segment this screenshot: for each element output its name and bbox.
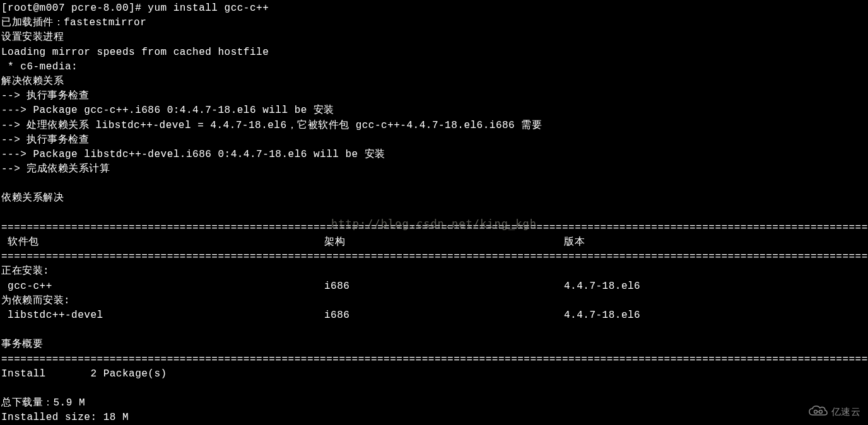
terminal-line: 已加载插件：fastestmirror: [1, 16, 868, 30]
separator-line: ========================================…: [1, 352, 868, 367]
header-version: 版本: [564, 235, 585, 250]
svg-point-0: [814, 410, 817, 414]
terminal-line: --> 处理依赖关系 libstdc++-devel = 4.4.7-18.el…: [1, 119, 868, 133]
terminal-line: 设置安装进程: [1, 30, 868, 45]
section-deps-installing: 为依赖而安装:: [1, 294, 868, 308]
summary-title: 事务概要: [1, 337, 868, 352]
terminal-line: 解决依赖关系: [1, 74, 868, 89]
terminal-line: [root@m007 pcre-8.00]# yum install gcc-c…: [1, 1, 868, 16]
terminal-line: --> 完成依赖关系计算: [1, 162, 868, 177]
cell-arch: i686: [324, 308, 564, 323]
terminal-blank: [1, 177, 868, 191]
terminal-line: 依赖关系解决: [1, 191, 868, 206]
terminal-line: --> 执行事务检查: [1, 89, 868, 103]
separator-line: ========================================…: [1, 250, 868, 264]
download-size: 总下载量：5.9 M: [1, 396, 868, 410]
terminal-blank: [1, 323, 868, 337]
logo-text: 亿速云: [831, 405, 861, 419]
svg-point-1: [819, 410, 822, 414]
cloud-icon: [807, 405, 829, 419]
command-text[interactable]: yum install gcc-c++: [148, 3, 269, 14]
separator-line: ========================================…: [1, 221, 868, 235]
site-logo: 亿速云: [807, 405, 861, 419]
cell-version: 4.4.7-18.el6: [564, 308, 640, 323]
header-arch: 架构: [324, 235, 564, 250]
installed-size: Installed size: 18 M: [1, 410, 868, 425]
cell-package: gcc-c++: [1, 279, 324, 294]
shell-prompt: [root@m007 pcre-8.00]#: [1, 3, 148, 14]
terminal-line: ---> Package gcc-c++.i686 0:4.4.7-18.el6…: [1, 103, 868, 118]
table-row: libstdc++-devel i686 4.4.7-18.el6: [1, 308, 868, 323]
cell-package: libstdc++-devel: [1, 308, 324, 323]
terminal-line: Loading mirror speeds from cached hostfi…: [1, 45, 868, 60]
terminal-line: ---> Package libstdc++-devel.i686 0:4.4.…: [1, 148, 868, 162]
table-header-row: 软件包 架构 版本: [1, 235, 868, 250]
cell-version: 4.4.7-18.el6: [564, 279, 640, 294]
table-row: gcc-c++ i686 4.4.7-18.el6: [1, 279, 868, 294]
section-installing: 正在安装:: [1, 264, 868, 279]
install-count: Install 2 Package(s): [1, 367, 868, 381]
header-package: 软件包: [1, 235, 324, 250]
terminal-blank: [1, 381, 868, 396]
terminal-line: --> 执行事务检查: [1, 133, 868, 148]
terminal-blank: [1, 206, 868, 221]
cell-arch: i686: [324, 279, 564, 294]
terminal-line: * c6-media:: [1, 60, 868, 74]
